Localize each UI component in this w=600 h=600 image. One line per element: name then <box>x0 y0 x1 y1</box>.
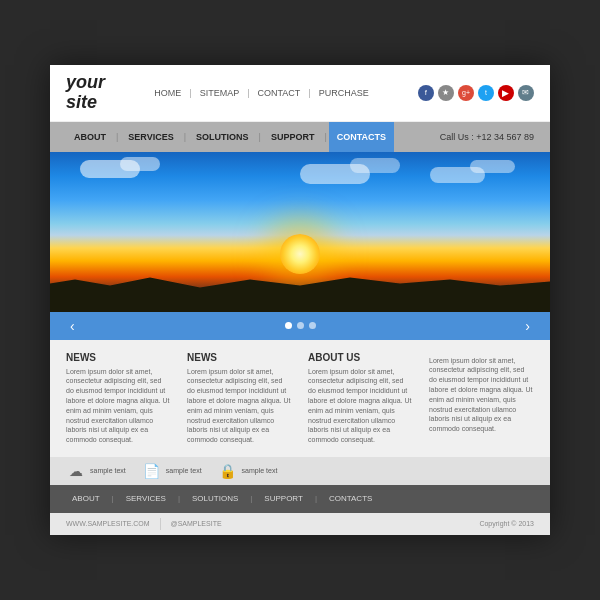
content-col-4: Lorem ipsum dolor sit amet, consectetur … <box>421 352 534 445</box>
cloud-2 <box>120 157 160 171</box>
footer-copyright: Copyright © 2013 <box>479 520 534 527</box>
icon-item-1: ☁ sample text <box>66 463 126 479</box>
nav-purchase[interactable]: PURCHASE <box>313 88 375 98</box>
next-arrow[interactable]: › <box>521 318 534 334</box>
website-mockup: your site HOME | SITEMAP | CONTACT | PUR… <box>50 65 550 535</box>
cloud-icon: ☁ <box>66 463 86 479</box>
footer-nav-services[interactable]: SERVICES <box>120 494 172 503</box>
top-nav: HOME | SITEMAP | CONTACT | PURCHASE <box>148 88 374 98</box>
col-2-text: Lorem ipsum dolor sit amet, consectetur … <box>187 367 292 445</box>
col-1-title: NEWS <box>66 352 171 363</box>
site-logo: your site <box>66 73 105 113</box>
footer-nav-solutions[interactable]: SOLUTIONS <box>186 494 244 503</box>
facebook-icon[interactable]: f <box>418 85 434 101</box>
icon-label-2: sample text <box>166 467 202 474</box>
nav-home[interactable]: HOME <box>148 88 187 98</box>
icon-label-1: sample text <box>90 467 126 474</box>
dot-3[interactable] <box>309 322 316 329</box>
icons-row: ☁ sample text 📄 sample text 🔒 sample tex… <box>50 457 550 485</box>
icon-item-2: 📄 sample text <box>142 463 202 479</box>
footer-url: WWW.SAMPLESITE.COM @SAMPLESITE <box>66 518 222 530</box>
document-icon: 📄 <box>142 463 162 479</box>
footer-nav-links: ABOUT | SERVICES | SOLUTIONS | SUPPORT |… <box>66 494 378 503</box>
prev-arrow[interactable]: ‹ <box>66 318 79 334</box>
footer-nav: ABOUT | SERVICES | SOLUTIONS | SUPPORT |… <box>50 485 550 513</box>
main-nav-about[interactable]: ABOUT <box>66 122 114 152</box>
cloud-6 <box>470 160 515 173</box>
main-nav-links: ABOUT | SERVICES | SOLUTIONS | SUPPORT |… <box>66 122 394 152</box>
main-nav: ABOUT | SERVICES | SOLUTIONS | SUPPORT |… <box>50 122 550 152</box>
main-nav-support[interactable]: SUPPORT <box>263 122 323 152</box>
icon-item-3: 🔒 sample text <box>218 463 278 479</box>
content-col-1: NEWS Lorem ipsum dolor sit amet, consect… <box>66 352 179 445</box>
main-nav-contacts[interactable]: CONTACTS <box>329 122 394 152</box>
main-nav-services[interactable]: SERVICES <box>120 122 181 152</box>
col-4-text: Lorem ipsum dolor sit amet, consectetur … <box>429 356 534 434</box>
footer-info: WWW.SAMPLESITE.COM @SAMPLESITE Copyright… <box>50 513 550 535</box>
nav-sitemap[interactable]: SITEMAP <box>194 88 246 98</box>
dot-1[interactable] <box>285 322 292 329</box>
email-icon[interactable]: ✉ <box>518 85 534 101</box>
col-3-title: ABOUT US <box>308 352 413 363</box>
lock-icon: 🔒 <box>218 463 238 479</box>
footer-divider <box>160 518 161 530</box>
footer-nav-about[interactable]: ABOUT <box>66 494 106 503</box>
slider-controls: ‹ › <box>50 312 550 340</box>
star-icon[interactable]: ★ <box>438 85 454 101</box>
twitter-icon[interactable]: t <box>478 85 494 101</box>
icon-label-3: sample text <box>242 467 278 474</box>
call-us: Call Us : +12 34 567 89 <box>440 132 534 142</box>
col-1-text: Lorem ipsum dolor sit amet, consectetur … <box>66 367 171 445</box>
content-col-3: ABOUT US Lorem ipsum dolor sit amet, con… <box>300 352 421 445</box>
hero-banner <box>50 152 550 312</box>
social-icons: f ★ g+ t ▶ ✉ <box>418 85 534 101</box>
content-col-2: NEWS Lorem ipsum dolor sit amet, consect… <box>179 352 300 445</box>
top-header: your site HOME | SITEMAP | CONTACT | PUR… <box>50 65 550 122</box>
cloud-4 <box>350 158 400 173</box>
main-nav-solutions[interactable]: SOLUTIONS <box>188 122 257 152</box>
slider-dots <box>285 322 316 329</box>
googleplus-icon[interactable]: g+ <box>458 85 474 101</box>
col-3-text: Lorem ipsum dolor sit amet, consectetur … <box>308 367 413 445</box>
footer-nav-contacts[interactable]: CONTACTS <box>323 494 378 503</box>
youtube-icon[interactable]: ▶ <box>498 85 514 101</box>
nav-contact[interactable]: CONTACT <box>252 88 307 98</box>
footer-nav-support[interactable]: SUPPORT <box>258 494 309 503</box>
content-area: NEWS Lorem ipsum dolor sit amet, consect… <box>50 340 550 457</box>
dot-2[interactable] <box>297 322 304 329</box>
hero-sun <box>280 234 320 274</box>
col-2-title: NEWS <box>187 352 292 363</box>
